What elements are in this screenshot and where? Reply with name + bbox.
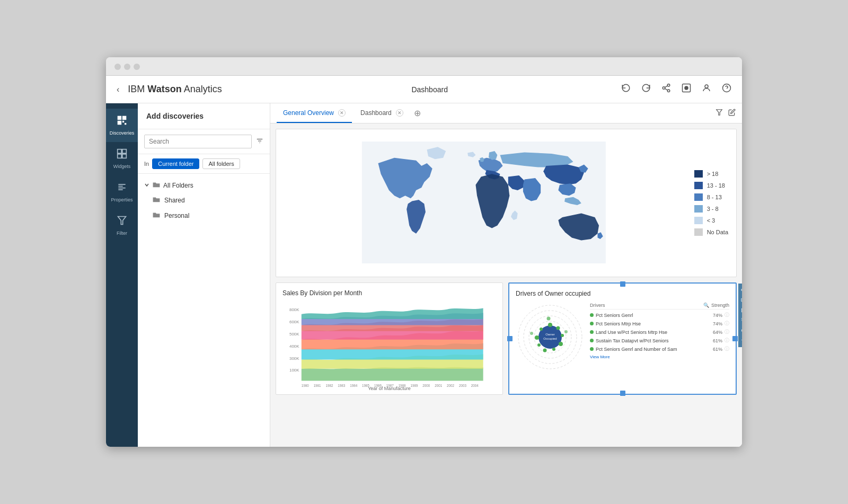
tab-bar: General Overview ✕ Dashboard ✕ ⊕ (270, 103, 742, 123)
svg-rect-10 (118, 116, 122, 120)
svg-marker-27 (717, 110, 722, 116)
folder-expand-icon (144, 182, 149, 189)
record-icon[interactable] (682, 83, 691, 95)
svg-text:2003: 2003 (459, 384, 466, 387)
folder-item-shared[interactable]: Shared (138, 192, 270, 208)
edit-tag-icon[interactable]: ⊞ (740, 306, 742, 315)
drivers-pct-4: 61% (713, 347, 722, 352)
drivers-table-header: Drivers 🔍 Strength (590, 303, 729, 310)
shared-folder-icon (153, 196, 160, 204)
properties-icon (117, 182, 127, 195)
svg-rect-12 (118, 121, 122, 125)
app-container: ‹ IBM Watson Analytics Dashboard (106, 76, 742, 447)
drivers-row-2: Land Use w/Pct Seniors Mtrp Hse 64% ⓘ (590, 329, 729, 335)
drivers-info-0[interactable]: ⓘ (725, 312, 729, 319)
svg-text:800K: 800K (289, 307, 299, 312)
tab-filter-icon[interactable] (716, 109, 723, 118)
filter-icon (117, 215, 127, 228)
svg-line-4 (665, 86, 667, 87)
svg-text:Occupied: Occupied (543, 337, 556, 340)
svg-point-65 (540, 328, 543, 331)
sidebar-item-properties[interactable]: Properties (106, 175, 138, 209)
svg-point-57 (548, 323, 552, 327)
tab-dashboard-label: Dashboard (360, 109, 392, 117)
tab-close-dashboard[interactable]: ✕ (396, 109, 403, 117)
user-icon[interactable] (702, 83, 711, 95)
area-chart-svg: 800K 600K 500K 400K 300K 100K (282, 302, 496, 387)
sidebar-discoveries-label: Discoveries (110, 130, 135, 136)
browser-chrome (106, 57, 742, 76)
share-icon[interactable] (661, 83, 671, 95)
svg-text:2000: 2000 (422, 384, 430, 387)
undo-icon[interactable] (621, 83, 631, 95)
search-input[interactable] (144, 135, 252, 148)
drivers-pct-2: 64% (713, 330, 722, 335)
edit-refresh-icon[interactable]: ↻ (740, 316, 742, 325)
tab-dashboard[interactable]: Dashboard ✕ (354, 103, 410, 123)
nav-chevron-icon[interactable]: ‹ (117, 85, 119, 94)
legend-item-lt3: < 3 (694, 217, 728, 224)
tab-edit-icon[interactable] (728, 109, 736, 118)
edit-copy-icon[interactable]: ⧉ (740, 296, 742, 305)
drivers-col-strength: Strength (711, 303, 729, 308)
tab-add-icon[interactable]: ⊕ (414, 108, 421, 118)
drivers-info-1[interactable]: ⓘ (725, 320, 729, 327)
tab-general-overview-label: General Overview (283, 109, 334, 117)
drivers-row-4: Pct Seniors Genrl and Number of Sam 61% … (590, 346, 729, 352)
selection-handle-left (507, 336, 513, 341)
tab-close-general-overview[interactable]: ✕ (338, 109, 346, 117)
drivers-circle-viz: Owner Occupied (516, 303, 585, 372)
content-area: General Overview ✕ Dashboard ✕ ⊕ (270, 103, 742, 447)
all-folders-root[interactable]: All Folders (138, 178, 270, 192)
logo-suffix: Analytics (182, 84, 222, 94)
sidebar-item-filter[interactable]: Filter (106, 209, 138, 242)
drivers-pct-3: 61% (713, 338, 722, 343)
widgets-icon (117, 148, 127, 162)
dot-red (114, 64, 121, 70)
header-title: Dashboard (329, 85, 531, 94)
svg-point-66 (547, 317, 551, 321)
drivers-container: Owner Occupied (516, 303, 729, 387)
sidebar-properties-label: Properties (111, 197, 132, 202)
svg-point-61 (552, 348, 555, 351)
sidebar-item-discoveries[interactable]: Discoveries (106, 109, 138, 142)
drivers-pct-0: 74% (713, 313, 722, 318)
map-legend: > 18 13 - 18 8 - 13 (684, 170, 728, 236)
drivers-col-search-icon[interactable]: 🔍 (703, 303, 709, 308)
svg-text:1983: 1983 (338, 384, 345, 387)
drivers-info-4[interactable]: ⓘ (725, 346, 729, 352)
edit-minus-icon[interactable]: ⊘ (740, 326, 742, 335)
current-folder-button[interactable]: Current folder (152, 158, 199, 169)
svg-point-67 (564, 330, 568, 333)
redo-icon[interactable] (641, 83, 651, 95)
tab-general-overview[interactable]: General Overview ✕ (277, 103, 352, 123)
drivers-name-1: Pct Seniors Mtrp Hse (596, 321, 711, 326)
help-icon[interactable] (722, 83, 731, 95)
dot-green (134, 64, 140, 70)
drivers-info-2[interactable]: ⓘ (725, 329, 729, 335)
browser-dots (114, 64, 734, 70)
svg-text:400K: 400K (289, 344, 299, 349)
sidebar-item-widgets[interactable]: Widgets (106, 142, 138, 175)
svg-point-62 (543, 349, 547, 352)
edit-pencil-icon[interactable]: ✏ (740, 286, 742, 295)
drivers-info-3[interactable]: ⓘ (725, 337, 729, 344)
legend-item-3-8: 3 - 8 (694, 205, 728, 213)
svg-text:100K: 100K (289, 368, 299, 373)
sort-button[interactable] (256, 137, 263, 146)
legend-color-8-13 (694, 193, 703, 201)
folder-item-personal[interactable]: Personal (138, 208, 270, 223)
root-folder-icon (153, 181, 160, 189)
svg-rect-16 (122, 149, 127, 154)
all-folders-label: All Folders (163, 182, 193, 189)
svg-text:300K: 300K (289, 356, 299, 361)
all-folders-button[interactable]: All folders (202, 158, 240, 169)
svg-text:1989: 1989 (411, 384, 418, 387)
personal-folder-label: Personal (164, 212, 189, 219)
drivers-name-3: Sustain Tax Datapvt w/Pct Seniors (596, 338, 711, 343)
edit-more-icon[interactable]: ⋯ (740, 336, 742, 345)
drivers-row-1: Pct Seniors Mtrp Hse 74% ⓘ (590, 320, 729, 327)
panel-header: Add discoveries (138, 103, 270, 129)
svg-text:1981: 1981 (314, 384, 321, 387)
view-more-link[interactable]: View More (590, 355, 729, 359)
